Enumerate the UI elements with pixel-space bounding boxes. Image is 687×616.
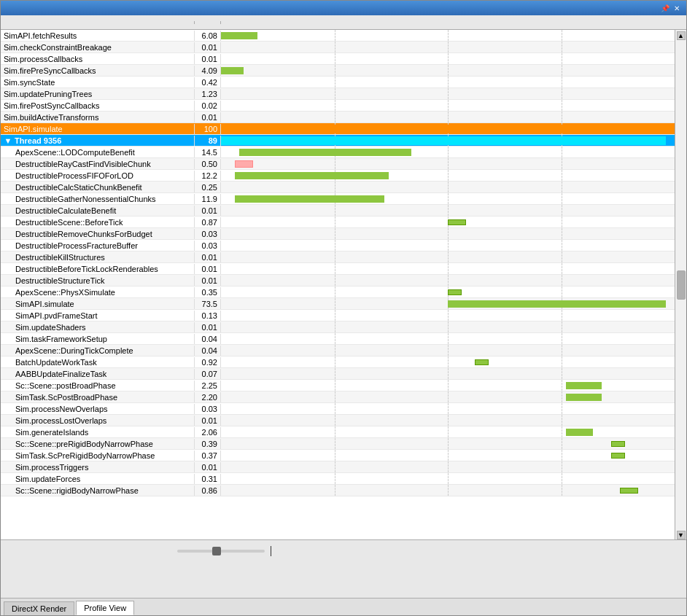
cell-event-name: ▼ Thread 9356: [1, 136, 195, 146]
table-row: Sc::Scene::rigidBodyNarrowPhase0.86: [1, 485, 675, 496]
cell-percent: 0.31: [195, 474, 221, 484]
title-bar: 📌 ✕: [1, 1, 686, 15]
cell-percent: 0.01: [195, 252, 221, 262]
cell-bar: [221, 403, 675, 414]
table-row: DestructibleBeforeTickLockRenderables0.0…: [1, 263, 675, 275]
cell-event-name: ApexScene::PhysXSimulate: [1, 287, 195, 297]
scroll-down[interactable]: ▼: [677, 531, 686, 539]
cell-event-name: DestructibleProcessFIFOForLOD: [1, 171, 195, 181]
pin-button[interactable]: 📌: [660, 3, 670, 13]
cell-event-name: Sim.checkConstraintBreakage: [1, 42, 195, 52]
cell-percent: 0.01: [195, 206, 221, 216]
cell-percent: 0.35: [195, 287, 221, 297]
profile-view-window: 📌 ✕ SimAPI.fetchResults6.08Sim.checkCons…: [0, 0, 687, 616]
cell-percent: 0.01: [195, 322, 221, 332]
scroll-up[interactable]: ▲: [677, 31, 686, 40]
table-row: ApexScene::LODComputeBenefit14.5: [1, 147, 675, 158]
status-bar: [1, 539, 686, 598]
table-row: Sc::Scene::preRigidBodyNarrowPhase0.39: [1, 438, 675, 450]
cell-bar: [221, 228, 675, 239]
table-body[interactable]: SimAPI.fetchResults6.08Sim.checkConstrai…: [1, 30, 675, 539]
cell-bar: [221, 356, 675, 367]
cell-event-name: ApexScene::DuringTickComplete: [1, 346, 195, 356]
cell-percent: 2.25: [195, 381, 221, 391]
cell-bar: [221, 65, 675, 76]
main-content: SimAPI.fetchResults6.08Sim.checkConstrai…: [1, 15, 686, 539]
cell-percent: 0.37: [195, 451, 221, 461]
table-row: DestructibleCalculateBenefit0.01: [1, 205, 675, 217]
cell-bar: [221, 345, 675, 356]
table-row: DestructibleGatherNonessentialChunks11.9: [1, 193, 675, 205]
cell-event-name: Sim.updateShaders: [1, 322, 195, 332]
cell-percent: 0.01: [195, 276, 221, 286]
table-row: Sim.updateShaders0.01: [1, 321, 675, 333]
cell-bar: [221, 415, 675, 426]
cell-bar: [221, 123, 675, 134]
cell-bar: [221, 158, 675, 169]
table-row: DestructibleProcessFIFOForLOD12.2: [1, 170, 675, 182]
cell-percent: 0.03: [195, 404, 221, 414]
cell-event-name: DestructibleStructureTick: [1, 276, 195, 286]
cell-event-name: Sim.updateForces: [1, 474, 195, 484]
cell-percent: 0.87: [195, 217, 221, 227]
cell-percent: 0.03: [195, 241, 221, 251]
table-row: SimTask.ScPostBroadPhase2.20: [1, 391, 675, 403]
cell-event-name: Sc::Scene::rigidBodyNarrowPhase: [1, 486, 195, 496]
cell-bar: [221, 310, 675, 321]
duration-slider[interactable]: [177, 550, 265, 553]
tab-profile-view[interactable]: Profile View: [76, 601, 134, 615]
cell-bar: [221, 53, 675, 64]
cell-event-name: SimAPI.fetchResults: [1, 31, 195, 41]
cell-percent: 73.5: [195, 299, 221, 309]
cell-bar: [221, 286, 675, 297]
table-row: SimAPI.simulate73.5: [1, 298, 675, 310]
cell-bar: [221, 182, 675, 192]
table-row: DestructibleScene::BeforeTick0.87: [1, 217, 675, 228]
cell-percent: 0.01: [195, 42, 221, 52]
table-row: Sim.firePostSyncCallbacks0.02: [1, 100, 675, 112]
cell-percent: 4.09: [195, 66, 221, 76]
slider-thumb[interactable]: [212, 547, 221, 555]
table-row: Sim.buildActiveTransforms0.01: [1, 112, 675, 123]
cell-event-name: DestructibleRayCastFindVisibleChunk: [1, 159, 195, 169]
cell-percent: 2.06: [195, 427, 221, 437]
cell-event-name: SimTask.ScPreRigidBodyNarrowPhase: [1, 451, 195, 461]
cell-event-name: DestructibleBeforeTickLockRenderables: [1, 264, 195, 274]
cell-percent: 0.07: [195, 369, 221, 379]
table-row: SimAPI.fetchResults6.08: [1, 30, 675, 42]
cell-bar: [221, 88, 675, 99]
cell-bar: [221, 473, 675, 484]
cell-event-name: AABBUpdateFinalizeTask: [1, 369, 195, 379]
col-header-event-values: [221, 21, 686, 24]
cell-percent: 14.5: [195, 147, 221, 157]
cell-percent: 0.50: [195, 159, 221, 169]
cell-event-name: DestructibleProcessFractureBuffer: [1, 241, 195, 251]
table-row: DestructibleRemoveChunksForBudget0.03: [1, 228, 675, 240]
cell-bar: [221, 252, 675, 262]
table-row: Sim.processLostOverlaps0.01: [1, 415, 675, 426]
table-row: Sim.firePreSyncCallbacks4.09: [1, 65, 675, 77]
cell-event-name: BatchUpdateWorkTask: [1, 357, 195, 367]
marker-line: [271, 546, 271, 556]
table-row: ▼ Thread 935689: [1, 135, 675, 147]
cell-percent: 89: [195, 136, 221, 146]
cell-bar: [221, 263, 675, 274]
status-left: [7, 543, 174, 595]
cell-percent: 1.23: [195, 89, 221, 99]
cell-event-name: DestructibleGatherNonessentialChunks: [1, 194, 195, 204]
tab-directx-render[interactable]: DirectX Render: [4, 601, 74, 615]
cell-bar: [221, 100, 675, 111]
title-controls: 📌 ✕: [660, 3, 682, 13]
cell-percent: 0.86: [195, 486, 221, 496]
close-button[interactable]: ✕: [672, 3, 682, 13]
cell-bar: [221, 438, 675, 449]
cell-event-name: Sim.processCallbacks: [1, 54, 195, 64]
cell-percent: 0.02: [195, 101, 221, 111]
scroll-thumb[interactable]: [677, 270, 686, 300]
cell-percent: 0.25: [195, 182, 221, 192]
cell-percent: 0.01: [195, 416, 221, 426]
cell-percent: 0.42: [195, 77, 221, 87]
cell-bar: [221, 368, 675, 379]
table-row: AABBUpdateFinalizeTask0.07: [1, 368, 675, 380]
cell-percent: 2.20: [195, 392, 221, 402]
